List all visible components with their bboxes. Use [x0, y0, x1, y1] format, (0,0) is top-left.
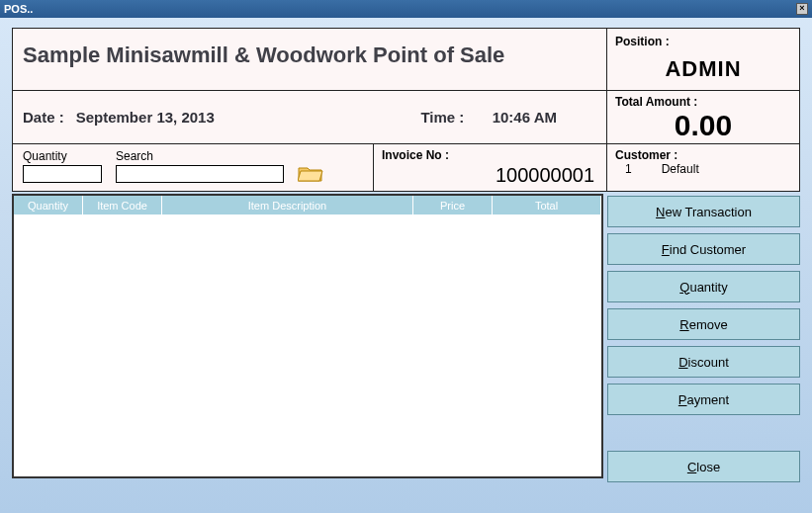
col-item-code[interactable]: Item Code — [83, 196, 162, 214]
position-label: Position : — [615, 35, 791, 48]
total-panel: Total Amount : 0.00 — [607, 91, 800, 144]
invoice-label: Invoice No : — [382, 148, 598, 162]
window-title: POS.. — [4, 3, 33, 15]
quantity-label: Quantity — [23, 149, 102, 163]
date-label: Date : — [23, 109, 64, 126]
customer-id: 1 — [625, 162, 632, 176]
customer-label: Customer : — [615, 148, 791, 162]
customer-panel: Customer : 1 Default — [607, 144, 800, 192]
find-customer-button[interactable]: Find Customer — [607, 233, 800, 265]
time-label: Time : — [420, 109, 464, 126]
total-value: 0.00 — [615, 109, 791, 141]
quantity-button[interactable]: Quantity — [607, 271, 800, 302]
col-total[interactable]: Total — [493, 196, 601, 214]
col-item-description[interactable]: Item Description — [162, 196, 413, 214]
new-transaction-button[interactable]: New Transaction — [607, 196, 800, 227]
invoice-panel: Invoice No : 100000001 — [374, 144, 607, 192]
action-buttons: New Transaction Find Customer Quantity R… — [607, 194, 800, 482]
folder-open-icon[interactable] — [298, 163, 323, 183]
window-close-icon[interactable]: × — [796, 3, 808, 15]
position-panel: Position : ADMIN — [607, 28, 800, 91]
window-body: Sample Minisawmill & Woodwork Point of S… — [0, 18, 812, 488]
items-grid[interactable]: Quantity Item Code Item Description Pric… — [12, 194, 603, 478]
col-quantity[interactable]: Quantity — [14, 196, 83, 214]
app-title: Sample Minisawmill & Woodwork Point of S… — [12, 28, 607, 91]
time-value: 10:46 AM — [493, 109, 557, 126]
grid-header: Quantity Item Code Item Description Pric… — [14, 196, 601, 214]
position-value: ADMIN — [615, 48, 791, 82]
discount-button[interactable]: Discount — [607, 346, 800, 378]
window-titlebar: POS.. × — [0, 0, 812, 18]
remove-button[interactable]: Remove — [607, 308, 800, 340]
input-panel: Quantity Search — [12, 144, 374, 192]
search-input[interactable] — [116, 165, 284, 183]
payment-button[interactable]: Payment — [607, 384, 800, 415]
col-price[interactable]: Price — [413, 196, 493, 214]
total-label: Total Amount : — [615, 95, 791, 109]
search-label: Search — [116, 149, 284, 163]
customer-name: Default — [662, 162, 699, 176]
invoice-value: 100000001 — [382, 162, 598, 187]
datetime-panel: Date : September 13, 2013 Time : 10:46 A… — [12, 91, 607, 144]
quantity-input[interactable] — [23, 165, 102, 183]
close-button[interactable]: Close — [607, 451, 800, 482]
date-value: September 13, 2013 — [76, 109, 215, 126]
